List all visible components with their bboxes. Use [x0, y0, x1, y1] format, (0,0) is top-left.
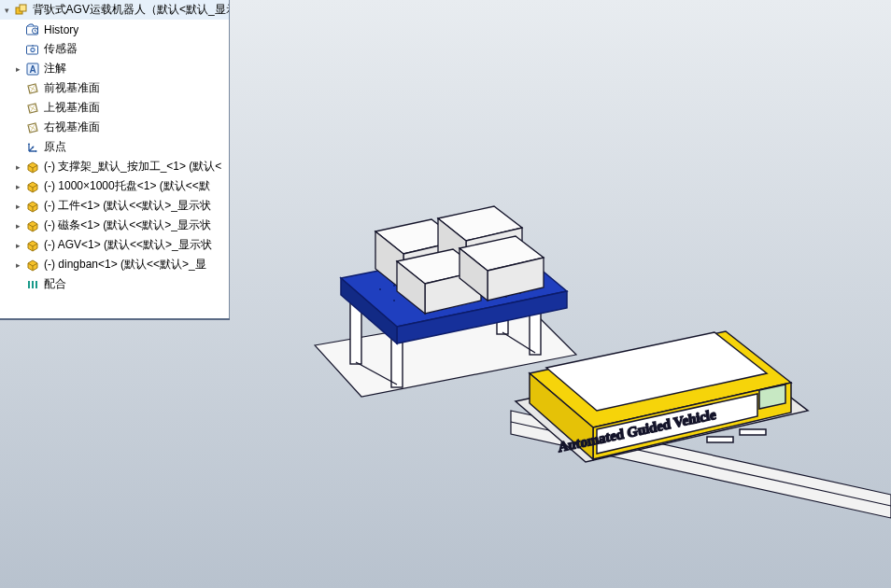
viewport-3d[interactable]: Automated Guided Vehicle: [231, 0, 891, 588]
tree-item[interactable]: ▸(-) 磁条<1> (默认<<默认>_显示状: [0, 216, 229, 235]
tree-item[interactable]: ▸上视基准面: [0, 98, 229, 118]
part-icon: [25, 199, 40, 214]
tree-root-label: 背驮式AGV运载机器人（默认<默认_显示: [33, 2, 229, 18]
tree-item[interactable]: ▸前视基准面: [0, 78, 229, 98]
part-icon: [25, 160, 40, 175]
chevron-right-icon[interactable]: ▸: [13, 220, 23, 231]
folder-sensor-icon: [25, 42, 40, 57]
tree-item-label: 上视基准面: [44, 100, 100, 116]
part-icon: [25, 179, 40, 194]
tree-item[interactable]: ▸(-) 1000×1000托盘<1> (默认<<默: [0, 176, 229, 196]
annotation-icon: A: [25, 62, 40, 77]
svg-marker-9: [28, 143, 30, 145]
tree-item-label: (-) 1000×1000托盘<1> (默认<<默: [44, 178, 210, 194]
chevron-right-icon[interactable]: ▸: [13, 161, 23, 172]
svg-rect-1: [20, 5, 26, 11]
part-icon: [25, 258, 40, 273]
plane-icon: [25, 81, 40, 96]
svg-point-38: [393, 300, 395, 301]
tree-item[interactable]: ▸(-) 支撑架_默认_按加工_<1> (默认<: [0, 157, 229, 176]
svg-point-5: [31, 48, 35, 51]
tree-item-label: 配合: [44, 276, 66, 292]
chevron-right-icon[interactable]: ▸: [13, 240, 23, 250]
tree-item[interactable]: ▸传感器: [0, 39, 229, 59]
chevron-right-icon[interactable]: ▸: [13, 201, 23, 211]
svg-text:A: A: [29, 64, 35, 75]
chevron-right-icon[interactable]: ▸: [13, 259, 23, 270]
plane-icon: [25, 101, 40, 116]
tree-item-label: (-) AGV<1> (默认<<默认>_显示状: [44, 237, 212, 253]
scene-svg: Automated Guided Vehicle: [231, 0, 891, 588]
tree-item[interactable]: ▸A注解: [0, 59, 229, 78]
assembly-icon: [14, 3, 29, 18]
plane-icon: [25, 120, 40, 135]
tree-item[interactable]: ▸(-) 工件<1> (默认<<默认>_显示状: [0, 196, 229, 216]
chevron-right-icon[interactable]: ▸: [13, 63, 23, 74]
tree-root-item[interactable]: ▾ 背驮式AGV运载机器人（默认<默认_显示: [0, 0, 229, 20]
tree-item-label: (-) 磁条<1> (默认<<默认>_显示状: [44, 217, 211, 233]
part-icon: [25, 218, 40, 233]
origin-icon: [25, 140, 40, 155]
tree-item[interactable]: ▸原点: [0, 137, 229, 157]
panel-divider[interactable]: [0, 318, 230, 320]
svg-rect-73: [740, 429, 766, 435]
chevron-down-icon[interactable]: ▾: [2, 5, 12, 15]
tree-item[interactable]: ▸配合: [0, 274, 229, 294]
chevron-right-icon[interactable]: ▸: [13, 181, 23, 191]
tree-item-label: (-) 工件<1> (默认<<默认>_显示状: [44, 198, 211, 214]
tree-item-label: 前视基准面: [44, 80, 100, 96]
tree-item[interactable]: ▸(-) dingban<1> (默认<<默认>_显: [0, 255, 229, 274]
feature-tree-panel: ▾ 背驮式AGV运载机器人（默认<默认_显示 ▸History▸传感器▸A注解▸…: [0, 0, 230, 319]
tree-item-label: (-) 支撑架_默认_按加工_<1> (默认<: [44, 159, 221, 175]
tree-item-label: 传感器: [44, 41, 78, 57]
folder-history-icon: [25, 22, 40, 37]
tree-item-label: (-) dingban<1> (默认<<默认>_显: [44, 257, 206, 273]
part-icon: [25, 238, 40, 253]
tree-item-label: 注解: [44, 61, 66, 77]
tree-item-label: History: [44, 23, 78, 36]
svg-point-29: [379, 288, 381, 290]
tree-item-label: 原点: [44, 139, 66, 155]
svg-rect-72: [707, 437, 733, 442]
tree-item[interactable]: ▸(-) AGV<1> (默认<<默认>_显示状: [0, 235, 229, 255]
tree-item[interactable]: ▸右视基准面: [0, 118, 229, 137]
svg-marker-10: [35, 149, 37, 151]
tree-item[interactable]: ▸History: [0, 20, 229, 39]
mates-icon: [25, 277, 40, 292]
tree-item-label: 右视基准面: [44, 119, 100, 135]
